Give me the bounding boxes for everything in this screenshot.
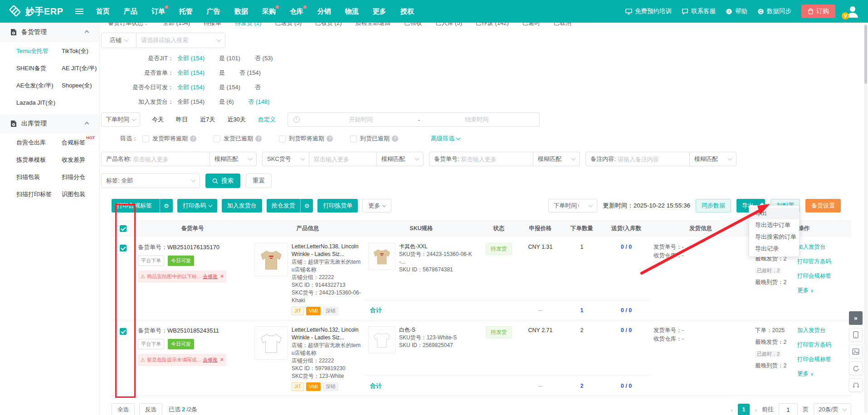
- time-preset[interactable]: 自定义: [258, 116, 276, 124]
- print-picking-list-button[interactable]: 打印拣货单: [317, 199, 358, 212]
- checkbox-unchecked-icon[interactable]: [279, 135, 286, 142]
- sidebar-item[interactable]: 扫描打印标签: [16, 186, 62, 203]
- skc-field[interactable]: [309, 152, 377, 166]
- nav-menu-item[interactable]: 数据: [234, 7, 248, 16]
- skc-match-select[interactable]: 模糊匹配: [376, 152, 424, 166]
- print-compliance-settings-button[interactable]: ⚙: [160, 199, 173, 212]
- sidebar-item[interactable]: AE JIT(全/半): [62, 60, 99, 77]
- time-preset[interactable]: 近7天: [200, 116, 215, 124]
- current-page[interactable]: 1: [738, 404, 750, 415]
- add-to-shipping-desk-button[interactable]: 加入发货台: [222, 199, 262, 212]
- row-action-link[interactable]: 打印官方条码: [797, 341, 848, 349]
- sku-image[interactable]: [368, 243, 395, 270]
- status-tab[interactable]: 待接单: [204, 23, 221, 27]
- status-tab[interactable]: 已入库 (5): [435, 23, 462, 27]
- status-tab[interactable]: 待发货 (2): [235, 23, 262, 27]
- search-button[interactable]: 搜索: [205, 174, 240, 188]
- next-page-icon[interactable]: ›: [755, 406, 757, 414]
- menu-collapse-icon[interactable]: [75, 9, 83, 14]
- sidebar-item[interactable]: SHEIN备货: [16, 60, 62, 77]
- mobile-app-button[interactable]: [849, 328, 863, 342]
- sidebar-item[interactable]: 自营仓出库: [16, 134, 62, 151]
- nav-menu-item[interactable]: 采购: [262, 7, 276, 16]
- skc-input[interactable]: [314, 156, 371, 163]
- row-action-link[interactable]: 加入发货台: [797, 326, 848, 335]
- sidebar-item[interactable]: 合规标签HOT: [62, 134, 99, 151]
- row-action-link[interactable]: 打印合规标签: [797, 355, 848, 364]
- invert-selection-button[interactable]: 反选: [139, 403, 162, 415]
- data-sync-link[interactable]: 数据同步: [757, 7, 791, 15]
- nav-menu-item[interactable]: 托管: [179, 7, 193, 16]
- status-tab[interactable]: 质检全部退回: [355, 23, 390, 27]
- skc-field-select[interactable]: SKC货号: [262, 152, 309, 166]
- nav-menu-item[interactable]: 物流: [345, 7, 359, 16]
- sort-order-select[interactable]: 下单时间↑: [548, 199, 597, 212]
- checkbox-unchecked-icon[interactable]: [142, 135, 149, 142]
- user-avatar[interactable]: V: [845, 4, 860, 19]
- image-recognition-button[interactable]: [849, 345, 863, 358]
- reset-button[interactable]: 重置: [246, 174, 272, 188]
- product-image[interactable]: [254, 326, 288, 360]
- nav-menu-item[interactable]: 分销: [317, 7, 331, 16]
- row-action-link[interactable]: 更多: [797, 286, 848, 295]
- product-name-field[interactable]: 产品名称:: [101, 152, 210, 166]
- training-link[interactable]: 免费预约培训: [625, 7, 672, 15]
- time-type-select[interactable]: 下单时间: [101, 112, 140, 127]
- nav-menu-item[interactable]: 首页: [96, 7, 110, 16]
- subscribe-button[interactable]: 订购: [801, 5, 835, 18]
- refresh-button[interactable]: [849, 362, 863, 375]
- overdue-checkbox-item[interactable]: 发货即将逾期 ?: [142, 135, 196, 143]
- time-preset[interactable]: 昨日: [176, 116, 188, 124]
- row-checkbox[interactable]: [120, 328, 127, 335]
- status-tab[interactable]: 已收货 (2): [315, 23, 342, 27]
- goto-page-input[interactable]: [779, 403, 798, 415]
- fix-link[interactable]: 去修改: [203, 272, 218, 281]
- export-menu-item[interactable]: 导出选中订单: [749, 219, 799, 231]
- nav-menu-item[interactable]: 产品: [124, 7, 137, 16]
- filter-option[interactable]: 是 (101): [219, 54, 240, 63]
- tag-select[interactable]: 标签: 全部: [101, 174, 200, 188]
- customer-service-button[interactable]: [849, 378, 863, 392]
- date-range-picker[interactable]: 开始时间 - 结束时间: [288, 112, 540, 127]
- sidebar-section-outbound[interactable]: 出库管理: [0, 114, 99, 133]
- select-all-button[interactable]: 全选: [112, 403, 135, 415]
- row-action-link[interactable]: 更多: [797, 370, 848, 378]
- nav-menu-item[interactable]: 仓库: [290, 7, 303, 16]
- nav-menu-item[interactable]: 广告: [207, 7, 220, 16]
- remark-match-select[interactable]: 模糊匹配: [689, 152, 736, 166]
- grab-warehouse-settings-button[interactable]: ⚙: [301, 199, 313, 212]
- help-circle-icon[interactable]: ?: [392, 135, 398, 142]
- export-menu-item[interactable]: 导出记录: [749, 243, 799, 255]
- overdue-checkbox-item[interactable]: 发货已逾期 ?: [214, 135, 262, 143]
- help-circle-icon[interactable]: ?: [327, 135, 333, 142]
- close-icon[interactable]: ×: [220, 356, 224, 364]
- order-no-input[interactable]: [461, 156, 519, 163]
- sidebar-item[interactable]: 扫描包装: [16, 169, 62, 186]
- chevron-up-icon[interactable]: [85, 122, 89, 126]
- time-preset[interactable]: 近30天: [227, 116, 245, 124]
- remark-input[interactable]: [618, 156, 676, 163]
- collapse-panel-button[interactable]: »: [849, 311, 863, 325]
- filter-option[interactable]: 否 (53): [255, 54, 273, 63]
- nav-menu-item[interactable]: 更多: [373, 7, 386, 16]
- overdue-checkbox-item[interactable]: 到货即将逾期 ?: [279, 135, 333, 143]
- time-preset[interactable]: 今天: [152, 116, 164, 124]
- status-tab[interactable]: 全部 (154): [163, 23, 190, 27]
- more-actions-button[interactable]: 更多: [362, 199, 391, 212]
- remark-field[interactable]: 备注内容:: [585, 152, 690, 166]
- help-circle-icon[interactable]: ?: [255, 135, 262, 142]
- print-barcode-button[interactable]: 打印条码: [177, 199, 217, 212]
- status-tab[interactable]: 已取消: [554, 23, 571, 27]
- sidebar-item[interactable]: 识图包装: [62, 186, 99, 203]
- filter-option[interactable]: 全部 (154): [177, 54, 205, 63]
- filter-option[interactable]: 全部 (154): [177, 98, 205, 106]
- help-circle-icon[interactable]: ?: [190, 135, 196, 142]
- export-menu-item[interactable]: 导出: [749, 208, 799, 219]
- row-action-link[interactable]: 打印官方条码: [797, 257, 848, 266]
- select-all-checkbox[interactable]: [120, 225, 127, 232]
- contact-support-link[interactable]: 联系客服: [682, 7, 716, 15]
- grab-warehouse-ship-button[interactable]: 抢仓发货: [267, 199, 301, 212]
- advanced-filter-link[interactable]: 高级筛选: [431, 135, 460, 143]
- sidebar-section-stock[interactable]: 备货管理: [0, 23, 99, 42]
- status-tab[interactable]: 已送货 (5): [275, 23, 302, 27]
